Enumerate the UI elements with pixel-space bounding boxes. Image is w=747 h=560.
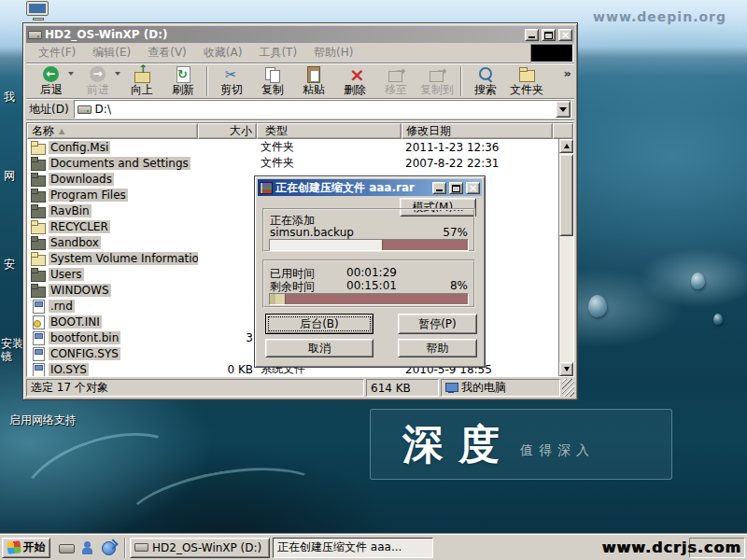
- user-icon[interactable]: [79, 540, 95, 555]
- toolbar-button-back[interactable]: 后退: [28, 64, 75, 98]
- toolbar-button-cut[interactable]: 剪切: [211, 64, 252, 98]
- minimize-button[interactable]: [525, 29, 539, 41]
- menu-item[interactable]: 帮助(H): [305, 42, 361, 63]
- toolbar-button-delete[interactable]: 删除: [334, 64, 375, 98]
- monitor-screen: [26, 1, 49, 16]
- cancel-button[interactable]: 取消: [265, 339, 374, 357]
- status-zone: 我的电脑: [441, 379, 560, 397]
- desktop-icon-label-fragment: 网: [4, 168, 15, 184]
- winrar-titlebar[interactable]: 正在创建压缩文件 aaa.rar ×: [258, 179, 482, 196]
- toolbar-button-folders[interactable]: 文件夹: [506, 64, 547, 98]
- refresh-icon: [174, 66, 192, 83]
- drive-icon: [28, 31, 42, 39]
- menu-item[interactable]: 收藏(A): [195, 42, 251, 63]
- maximize-button[interactable]: [449, 182, 463, 194]
- toolbar-button-paste[interactable]: 粘贴: [293, 64, 334, 98]
- file-ini-icon: [31, 315, 47, 329]
- status-bar: 选定 17 个对象 614 KB 我的电脑: [26, 379, 574, 397]
- help-button[interactable]: 帮助: [398, 339, 477, 357]
- toolbar-button-copy[interactable]: 复制: [252, 64, 293, 98]
- toolbar: 后退前进向上刷新剪切复制粘贴删除移至复制到搜索文件夹»: [26, 63, 574, 99]
- water-droplet: [713, 314, 723, 325]
- paste-icon: [304, 66, 323, 83]
- internet-explorer-icon[interactable]: [101, 540, 117, 555]
- status-size: 614 KB: [366, 379, 439, 397]
- winrar-dialog: 正在创建压缩文件 aaa.rar × 模式(M)... 正在添加 simsun.…: [254, 175, 486, 368]
- toolbar-separator: [460, 66, 462, 96]
- my-computer-small-icon: [445, 383, 458, 393]
- scrollbar-track[interactable]: [559, 236, 573, 362]
- desktop-icon-label-fragment: 安: [4, 257, 15, 273]
- delete-icon: [345, 66, 364, 83]
- explorer-titlebar[interactable]: HD2_OS-WinXP (D:) ×: [26, 26, 574, 43]
- water-droplet: [588, 295, 607, 317]
- copyto-icon: [428, 66, 446, 83]
- total-progress-bar: [269, 293, 469, 305]
- address-label: 地址(D): [29, 102, 69, 118]
- elapsed-value: 00:01:29: [346, 266, 397, 279]
- start-button[interactable]: 开始: [2, 538, 50, 558]
- scroll-down-button[interactable]: [559, 362, 573, 376]
- scroll-up-button[interactable]: [559, 139, 573, 153]
- toolbar-button-search[interactable]: 搜索: [465, 64, 506, 98]
- address-dropdown-button[interactable]: [556, 101, 571, 118]
- column-header-type[interactable]: 类型: [257, 123, 402, 139]
- maximize-button[interactable]: [542, 29, 556, 41]
- menu-item[interactable]: 文件(F): [30, 42, 84, 63]
- column-header-date[interactable]: 修改日期: [402, 123, 553, 139]
- back-icon: [42, 66, 61, 83]
- vertical-scrollbar[interactable]: [558, 139, 573, 376]
- list-header: 名称▲大小类型修改日期: [27, 123, 573, 139]
- toolbar-button-up[interactable]: 向上: [121, 64, 162, 98]
- up-icon: [133, 66, 151, 83]
- deepin-watermark: 深度 值得深入: [370, 409, 672, 480]
- winrar-title: 正在创建压缩文件 aaa.rar: [275, 180, 430, 196]
- move-icon: [387, 66, 405, 83]
- toolbar-button-copyto: 复制到: [416, 64, 458, 98]
- status-zone-label: 我的电脑: [461, 380, 506, 396]
- screen: www.deepin.org 我 网 安 安装 镜 启用网络支持 深度 值得深入…: [0, 0, 747, 560]
- folder-dark-icon: [31, 268, 47, 281]
- triangle-down-icon: [564, 367, 570, 371]
- toolbar-overflow-chevron[interactable]: »: [564, 66, 571, 80]
- pause-button[interactable]: 暂停(P): [398, 314, 477, 334]
- resize-grip[interactable]: [562, 379, 574, 397]
- scrollbar-thumb[interactable]: [559, 154, 573, 236]
- copy-icon: [263, 66, 282, 83]
- minimize-button[interactable]: [432, 182, 446, 194]
- taskbar-task[interactable]: 正在创建压缩文件 aaa...: [273, 538, 433, 558]
- monitor-base: [33, 18, 44, 21]
- address-combo[interactable]: D:\: [74, 100, 571, 119]
- network-support-label: 启用网络支持: [9, 413, 77, 428]
- address-value: D:\: [95, 103, 111, 116]
- file-row[interactable]: Config.Msi文件夹2011-1-23 12:36: [27, 139, 573, 155]
- time-group: 已用时间 00:01:29 剩余时间 00:15:01 8%: [262, 259, 475, 308]
- drive-icon[interactable]: [58, 540, 74, 555]
- chevron-down-icon[interactable]: [68, 72, 74, 76]
- my-computer-icon[interactable]: [24, 1, 52, 21]
- water-droplet: [691, 273, 705, 289]
- menu-item[interactable]: 编辑(E): [84, 42, 139, 63]
- current-file-name: simsun.backup: [270, 226, 354, 239]
- toolbar-button-move: 移至: [375, 64, 416, 98]
- file-row[interactable]: Documents and Settings文件夹2007-8-22 22:31: [27, 155, 573, 171]
- menu-item[interactable]: 工具(T): [250, 42, 305, 63]
- column-header-size[interactable]: 大小: [198, 123, 257, 139]
- background-button[interactable]: 后台(B): [265, 314, 374, 334]
- taskbar-tasks: HD2_OS-WinXP (D:)正在创建压缩文件 aaa...: [130, 538, 433, 558]
- current-progress-fill: [270, 240, 383, 250]
- current-progress-bar: [269, 239, 469, 251]
- close-button[interactable]: ×: [466, 182, 480, 194]
- toolbar-button-refresh[interactable]: 刷新: [162, 64, 204, 98]
- folder-dark-icon: [31, 173, 47, 186]
- start-label: 开始: [23, 539, 46, 555]
- column-header-name[interactable]: 名称▲: [27, 123, 198, 139]
- taskbar-task[interactable]: HD2_OS-WinXP (D:): [130, 538, 270, 558]
- folder-dark-icon: [31, 236, 47, 249]
- menu-item[interactable]: 查看(V): [139, 42, 195, 63]
- folder-dark-icon: [31, 157, 47, 170]
- chevron-down-icon[interactable]: [115, 72, 120, 76]
- current-percent: 57%: [443, 226, 468, 239]
- close-button[interactable]: ×: [558, 29, 572, 41]
- quick-launch: [54, 540, 120, 555]
